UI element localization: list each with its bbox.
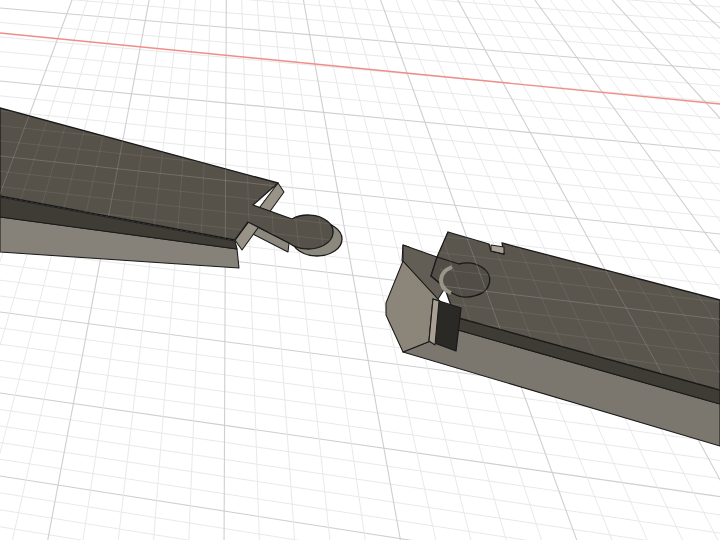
cad-viewport[interactable] <box>0 0 720 540</box>
